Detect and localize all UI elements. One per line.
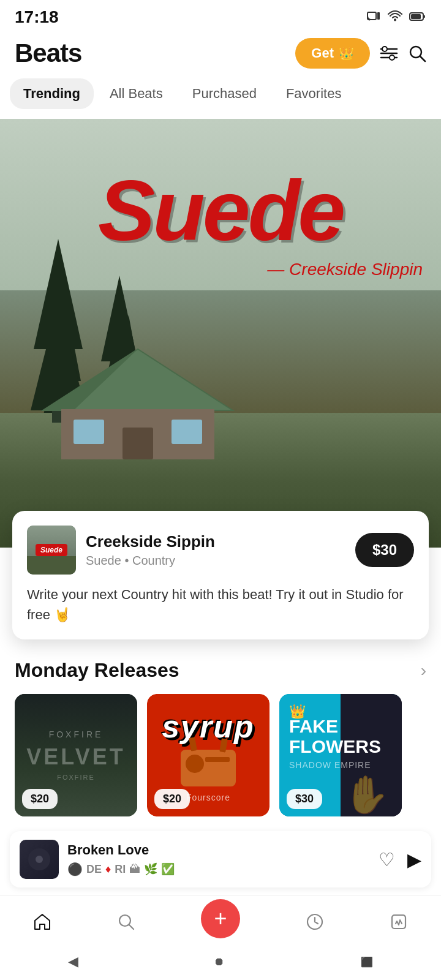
status-time: 17:18 xyxy=(15,7,59,27)
svg-point-11 xyxy=(390,55,394,60)
beat-item-syrup[interactable]: syrup Fourscore $20 xyxy=(147,694,270,816)
beat-meta: Suede • Country xyxy=(86,554,215,568)
svg-point-3 xyxy=(394,18,396,21)
get-button[interactable]: Get 👑 xyxy=(295,38,370,69)
recent-button[interactable]: ⬛ xyxy=(361,956,373,968)
nav-search[interactable] xyxy=(117,913,135,931)
hero-banner: Suede — Creekside Slippin xyxy=(0,119,441,548)
svg-rect-6 xyxy=(423,15,425,18)
beat-thumbnail: Suede xyxy=(27,526,76,575)
see-more-arrow[interactable]: › xyxy=(421,661,426,680)
section-title: Monday Releases xyxy=(15,659,179,682)
svg-rect-22 xyxy=(172,420,202,444)
tab-purchased[interactable]: Purchased xyxy=(179,78,270,109)
search-button[interactable] xyxy=(408,44,426,62)
svg-rect-23 xyxy=(123,428,153,459)
home-button[interactable]: ⏺ xyxy=(214,956,225,968)
section-header: Monday Releases › xyxy=(15,659,426,682)
flowers-text: FAKEFLOWERS SHADOW EMPIRE xyxy=(289,716,381,770)
mini-player-actions: ♡ ▶ xyxy=(379,849,421,870)
hero-subtitle: — Creekside Slippin xyxy=(267,260,423,279)
nav-library[interactable] xyxy=(390,913,408,931)
featured-beat-card: Suede Creekside Sippin Suede • Country $… xyxy=(12,511,429,639)
play-button[interactable]: ▶ xyxy=(407,849,421,870)
tab-all-beats[interactable]: All Beats xyxy=(96,78,176,109)
nav-home[interactable] xyxy=(33,913,51,930)
mini-player-info: Broken Love ⚫ DE ♦ RI 🏔 🌿 ✅ xyxy=(67,842,370,876)
beat-text: Creekside Sippin Suede • Country xyxy=(86,532,215,568)
cast-icon xyxy=(366,10,381,25)
svg-rect-21 xyxy=(74,420,104,444)
tabs-bar: Trending All Beats Purchased Favorites xyxy=(0,78,441,119)
tag-diamond-1: ♦ xyxy=(105,863,111,876)
radio-shape xyxy=(181,750,236,786)
app-header: Beats Get 👑 xyxy=(0,32,441,78)
velvet-sub: FOXFIRE xyxy=(26,729,125,739)
svg-line-27 xyxy=(129,925,134,929)
velvet-price: $20 xyxy=(22,789,58,809)
beat-thumb-label: Suede xyxy=(36,544,67,556)
svg-point-10 xyxy=(382,47,387,51)
mini-player-thumbnail xyxy=(20,840,59,879)
mini-player-title: Broken Love xyxy=(67,842,370,858)
bottom-nav: + xyxy=(0,895,441,943)
svg-rect-5 xyxy=(411,14,421,19)
syrup-label: syrup xyxy=(162,708,255,745)
beat-description: Write your next Country hit with this be… xyxy=(27,584,414,625)
beat-grid: FOXFIRE VELVET FOXFIRE $20 syrup xyxy=(15,694,426,821)
svg-point-25 xyxy=(36,856,43,863)
filter-button[interactable] xyxy=(380,45,398,61)
back-button[interactable]: ◀ xyxy=(68,954,78,970)
beat-card-top: Suede Creekside Sippin Suede • Country $… xyxy=(27,526,414,575)
system-nav: ◀ ⏺ ⬛ xyxy=(0,943,441,980)
tag-ri-1: RI xyxy=(115,863,126,876)
flowers-price: $30 xyxy=(287,789,322,809)
mini-player-tags: ⚫ DE ♦ RI 🏔 🌿 ✅ xyxy=(67,862,370,876)
header-actions: Get 👑 xyxy=(295,38,426,69)
monday-releases-section: Monday Releases › FOXFIRE VELVET FOXFIRE… xyxy=(0,639,441,831)
status-icons xyxy=(366,10,426,25)
tab-favorites[interactable]: Favorites xyxy=(273,78,355,109)
status-bar: 17:18 xyxy=(0,0,441,32)
svg-line-13 xyxy=(420,56,425,61)
beat-name: Creekside Sippin xyxy=(86,532,215,551)
cabin xyxy=(31,337,245,462)
tag-circle: ⚫ xyxy=(67,862,83,876)
tag-de: DE xyxy=(86,863,102,876)
tag-mountain: 🏔 xyxy=(129,863,140,876)
beat-price-button[interactable]: $30 xyxy=(355,533,414,567)
nav-add-button[interactable]: + xyxy=(201,899,240,938)
tab-trending[interactable]: Trending xyxy=(10,78,94,109)
velvet-label: VELVET xyxy=(26,744,125,770)
mini-player: Broken Love ⚫ DE ♦ RI 🏔 🌿 ✅ ♡ ▶ xyxy=(10,831,431,888)
tag-leaf: 🌿 xyxy=(144,862,157,876)
svg-point-2 xyxy=(369,18,371,20)
app-title: Beats xyxy=(15,39,81,68)
syrup-price: $20 xyxy=(154,789,190,809)
battery-icon xyxy=(409,10,426,24)
heart-button[interactable]: ♡ xyxy=(379,849,395,870)
beat-item-velvet[interactable]: FOXFIRE VELVET FOXFIRE $20 xyxy=(15,694,137,816)
svg-rect-29 xyxy=(392,915,405,929)
svg-rect-1 xyxy=(377,12,380,20)
beat-info: Suede Creekside Sippin Suede • Country xyxy=(27,526,215,575)
hero-title: Suede xyxy=(0,168,441,254)
wifi-icon xyxy=(387,10,403,25)
beat-item-flowers[interactable]: ✋ 👑 FAKEFLOWERS SHADOW EMPIRE $30 xyxy=(279,694,402,816)
crown-icon: 👑 xyxy=(339,46,354,61)
velvet-producer: FOXFIRE xyxy=(26,774,125,781)
nav-activity[interactable] xyxy=(306,913,324,931)
tag-check: ✅ xyxy=(161,862,175,876)
